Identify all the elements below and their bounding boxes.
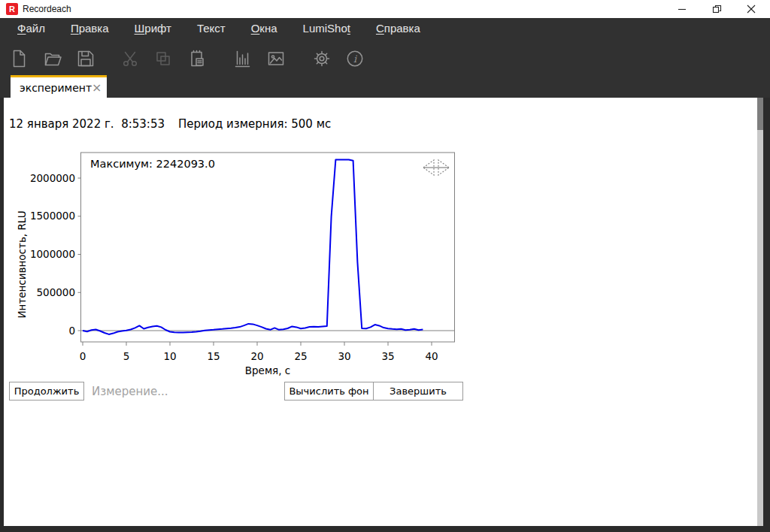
paste-button[interactable] bbox=[187, 49, 207, 68]
svg-text:0: 0 bbox=[68, 325, 75, 337]
copy-icon bbox=[153, 49, 173, 68]
cut-button[interactable] bbox=[120, 49, 140, 68]
finish-button[interactable]: Завершить bbox=[373, 382, 463, 401]
intensity-chart: 0510152025303540050000010000001500000200… bbox=[15, 152, 459, 377]
svg-text:20: 20 bbox=[250, 350, 263, 362]
restore-icon bbox=[712, 5, 722, 14]
svg-text:Максимум: 2242093.0: Максимум: 2242093.0 bbox=[90, 158, 215, 170]
chart-plot: 0510152025303540050000010000001500000200… bbox=[15, 152, 459, 377]
menu-edit[interactable]: Правка bbox=[58, 22, 122, 35]
menu-text[interactable]: Текст bbox=[184, 22, 238, 35]
app-logo-icon: R bbox=[6, 3, 18, 15]
close-button[interactable] bbox=[734, 0, 768, 18]
svg-text:i: i bbox=[353, 53, 357, 65]
gear-icon bbox=[312, 49, 332, 68]
svg-text:35: 35 bbox=[381, 350, 394, 362]
svg-text:1500000: 1500000 bbox=[30, 210, 75, 222]
plot-frame bbox=[81, 153, 455, 342]
menu-help[interactable]: Справка bbox=[363, 22, 433, 35]
menu-file[interactable]: Файл bbox=[5, 22, 58, 35]
copy-button[interactable] bbox=[153, 49, 173, 68]
window-border-right bbox=[763, 98, 770, 532]
app-chrome: Файл Правка Шрифт Текст Окна LumiShot Сп… bbox=[0, 18, 770, 98]
menu-bar: Файл Правка Шрифт Текст Окна LumiShot Сп… bbox=[5, 18, 433, 38]
scrollbar-thumb[interactable] bbox=[757, 98, 763, 130]
menu-font[interactable]: Шрифт bbox=[122, 22, 184, 35]
tab-experiment[interactable]: эксперимент × bbox=[11, 75, 107, 98]
new-file-icon bbox=[9, 49, 29, 68]
window-border-left bbox=[0, 98, 4, 526]
svg-text:0: 0 bbox=[80, 350, 86, 362]
svg-text:500000: 500000 bbox=[36, 286, 75, 298]
info-icon: i bbox=[345, 49, 365, 68]
bar-chart-icon bbox=[233, 49, 253, 68]
svg-text:1000000: 1000000 bbox=[30, 248, 75, 260]
open-file-button[interactable] bbox=[43, 49, 62, 68]
vertical-scrollbar[interactable] bbox=[757, 98, 763, 526]
minimize-button[interactable] bbox=[665, 0, 699, 18]
measurement-button-disabled: Измерение... bbox=[92, 383, 242, 402]
image-button[interactable] bbox=[266, 49, 286, 68]
svg-text:25: 25 bbox=[294, 350, 307, 362]
info-button[interactable]: i bbox=[345, 49, 365, 68]
svg-text:15: 15 bbox=[207, 350, 220, 362]
measurement-period: Период измерния: 500 мс bbox=[178, 117, 331, 131]
image-icon bbox=[266, 49, 286, 68]
restore-button[interactable] bbox=[699, 0, 734, 18]
open-folder-icon bbox=[43, 49, 62, 68]
paste-icon bbox=[187, 49, 207, 68]
svg-text:Интенсивность, RLU: Интенсивность, RLU bbox=[16, 210, 28, 318]
svg-text:10: 10 bbox=[163, 350, 176, 362]
new-file-button[interactable] bbox=[9, 49, 29, 68]
calc-background-button[interactable]: Вычислить фон bbox=[284, 382, 374, 401]
continue-button[interactable]: Продолжить bbox=[9, 382, 84, 401]
close-icon bbox=[747, 5, 756, 14]
measurement-status-line: 12 января 2022 г. 8:53:53Период измерния… bbox=[9, 117, 331, 131]
svg-text:40: 40 bbox=[425, 350, 438, 362]
chart-button[interactable] bbox=[233, 49, 253, 68]
toolbar: i bbox=[0, 44, 365, 74]
svg-text:30: 30 bbox=[338, 350, 350, 362]
minimize-icon bbox=[678, 5, 687, 14]
tab-label: эксперимент bbox=[20, 82, 92, 94]
measurement-datetime: 12 января 2022 г. 8:53:53 bbox=[9, 117, 165, 131]
svg-text:5: 5 bbox=[123, 350, 130, 362]
window-title: Recordeach bbox=[23, 4, 71, 14]
menu-windows[interactable]: Окна bbox=[238, 22, 290, 35]
save-button[interactable] bbox=[76, 49, 95, 68]
pan-horizontal-icon[interactable] bbox=[423, 160, 449, 175]
title-bar: R Recordeach bbox=[0, 0, 770, 18]
settings-button[interactable] bbox=[312, 49, 332, 68]
tab-close-icon[interactable]: × bbox=[92, 82, 102, 94]
svg-text:Время, с: Время, с bbox=[245, 364, 290, 376]
cut-icon bbox=[120, 49, 140, 68]
save-icon bbox=[76, 49, 95, 68]
window-border-bottom bbox=[0, 526, 770, 532]
menu-lumishot[interactable]: LumiShot bbox=[290, 22, 363, 35]
window-controls bbox=[665, 0, 768, 18]
svg-text:2000000: 2000000 bbox=[30, 172, 75, 184]
